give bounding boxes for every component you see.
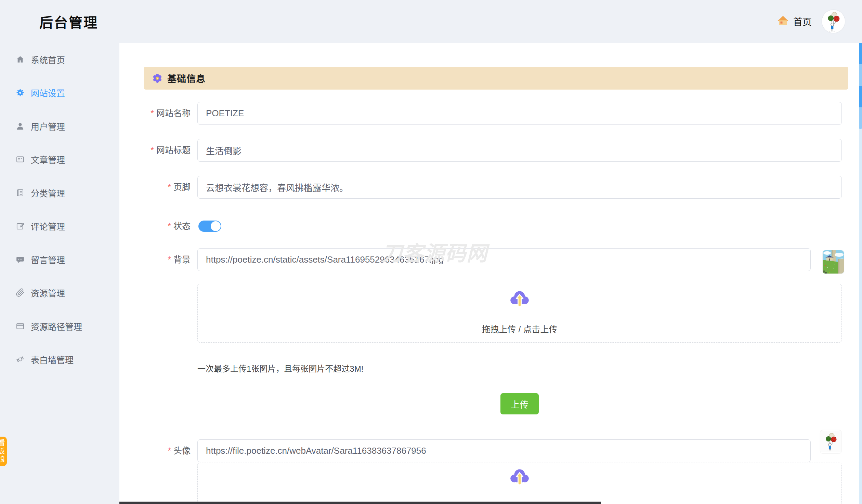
section-header: 基础信息: [144, 67, 848, 90]
side-badge[interactable]: 看板娘: [0, 437, 7, 466]
footer-input[interactable]: [197, 176, 842, 199]
window-edge: [119, 502, 601, 504]
section-title: 基础信息: [167, 71, 206, 85]
footer-row: *页脚: [119, 176, 859, 199]
notebook-icon: [16, 188, 25, 197]
site-name-input[interactable]: [197, 102, 842, 125]
avatar-upload-dropzone[interactable]: [197, 463, 842, 504]
scrollbar-thumb[interactable]: [859, 43, 862, 129]
paperclip-icon: [16, 288, 25, 297]
required-asterisk: *: [168, 255, 171, 264]
chat-icon: [16, 255, 25, 264]
upload-drop-text: 拖拽上传 / 点击上传: [198, 322, 841, 335]
sidebar-item-confession-wall[interactable]: 表白墙管理: [0, 343, 119, 376]
required-asterisk: *: [168, 182, 171, 192]
site-name-row: *网站名称: [119, 102, 859, 125]
upload-note: 一次最多上传1张图片，且每张图片不超过3M!: [197, 362, 363, 374]
background-row: *背景: [119, 248, 859, 271]
bank-card-icon: [16, 322, 25, 331]
user-icon: [16, 122, 25, 131]
sidebar-item-categories[interactable]: 分类管理: [0, 176, 119, 210]
app-title: 后台管理: [39, 12, 98, 31]
sidebar-item-articles[interactable]: 文章管理: [0, 143, 119, 176]
sidebar-item-resource-paths[interactable]: 资源路径管理: [0, 309, 119, 343]
sidebar-item-resources[interactable]: 资源管理: [0, 276, 119, 310]
required-asterisk: *: [168, 446, 171, 455]
footer-label: *页脚: [119, 176, 191, 199]
status-row: *状态: [119, 221, 859, 232]
background-label: *背景: [119, 248, 191, 271]
gear-icon: [16, 88, 25, 97]
site-title-label: *网站标题: [119, 139, 191, 162]
site-title-row: *网站标题: [119, 139, 859, 162]
status-label: *状态: [119, 221, 191, 232]
status-toggle[interactable]: [198, 221, 221, 232]
candy-icon: [16, 355, 25, 364]
app-header: 后台管理 首页: [0, 0, 862, 43]
upload-cloud-icon: [508, 466, 531, 488]
required-asterisk: *: [151, 145, 154, 155]
avatar-url-input[interactable]: [197, 439, 811, 462]
sidebar-item-home[interactable]: 系统首页: [0, 43, 119, 76]
home-link[interactable]: 首页: [777, 15, 812, 28]
background-thumbnail[interactable]: [823, 250, 844, 274]
sidebar: 系统首页 网站设置 用户管理: [0, 43, 119, 504]
house-icon: [777, 15, 789, 28]
required-asterisk: *: [151, 108, 154, 118]
upload-button[interactable]: 上传: [500, 393, 539, 414]
upload-dropzone[interactable]: 拖拽上传 / 点击上传: [197, 284, 842, 343]
upload-cloud-icon: [508, 288, 531, 309]
required-asterisk: *: [168, 221, 171, 231]
background-url-input[interactable]: [197, 248, 811, 271]
sidebar-item-users[interactable]: 用户管理: [0, 109, 119, 143]
home-label: 首页: [793, 15, 812, 28]
user-avatar[interactable]: [822, 10, 845, 33]
main-content: 基础信息 *网站名称 *网站标题 *页脚 *状态 *背景: [119, 43, 859, 504]
toggle-knob: [211, 221, 221, 231]
avatar-thumbnail[interactable]: [820, 430, 841, 453]
section-gear-icon: [152, 73, 162, 83]
sidebar-item-messages[interactable]: 留言管理: [0, 243, 119, 276]
site-title-input[interactable]: [197, 139, 842, 162]
postcard-icon: [16, 155, 25, 164]
site-name-label: *网站名称: [119, 102, 191, 125]
sidebar-item-comments[interactable]: 评论管理: [0, 210, 119, 243]
scrollbar-track[interactable]: [859, 43, 862, 504]
edit-icon: [16, 222, 25, 230]
sidebar-item-site-settings[interactable]: 网站设置: [0, 76, 119, 110]
avatar-label: *头像: [119, 439, 191, 462]
avatar-row: *头像: [119, 439, 859, 462]
home-icon: [16, 55, 25, 64]
